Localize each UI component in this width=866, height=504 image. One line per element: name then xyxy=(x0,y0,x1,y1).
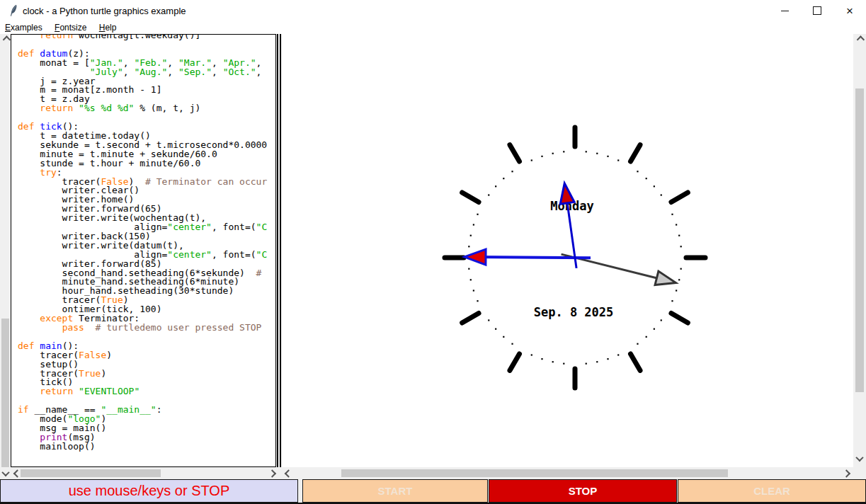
close-button[interactable]: × xyxy=(833,0,866,21)
scroll-up-arrow-icon[interactable] xyxy=(0,34,11,45)
code-line: mainloop() xyxy=(18,442,267,452)
bottom-bar: use mouse/keys or STOP START STOP CLEAR xyxy=(0,479,866,503)
scroll-up-arrow-icon[interactable] xyxy=(853,34,866,45)
minute-hand xyxy=(465,249,591,265)
scrollbar-thumb[interactable] xyxy=(1,319,9,467)
scrollbar-row xyxy=(0,467,866,479)
scrollbar-thumb[interactable] xyxy=(341,469,728,477)
menu-examples[interactable]: Examples xyxy=(0,21,47,33)
clear-button[interactable]: CLEAR xyxy=(678,479,866,503)
pane-sash[interactable] xyxy=(277,34,281,467)
menu-bar: Examples Fontsize Help xyxy=(0,21,866,34)
canvas-vertical-scrollbar[interactable] xyxy=(853,34,866,467)
maximize-button[interactable] xyxy=(801,0,833,21)
close-icon: × xyxy=(846,5,853,17)
code-vertical-scrollbar[interactable] xyxy=(0,34,11,467)
turtle-canvas[interactable]: Monday Sep. 8 2025 xyxy=(282,34,853,467)
start-button[interactable]: START xyxy=(302,479,488,503)
clock-drawing: Monday Sep. 8 2025 xyxy=(282,34,853,467)
scrollbar-thumb[interactable] xyxy=(21,469,161,477)
scroll-down-arrow-icon[interactable] xyxy=(853,453,866,464)
code-line: return wochentag[t.weekday()] xyxy=(18,34,267,40)
window-title: clock - a Python turtle graphics example xyxy=(23,0,186,21)
code-line: return "EVENTLOOP" xyxy=(18,387,267,396)
menu-help[interactable]: Help xyxy=(94,21,122,33)
code-line: return "%s %d %d" % (m, t, j) xyxy=(18,104,267,113)
code-text: return wochentag[t.weekday()] def datum(… xyxy=(18,34,267,452)
maximize-icon xyxy=(813,6,821,15)
scroll-left-arrow-icon[interactable] xyxy=(11,467,21,479)
menu-fontsize[interactable]: Fontsize xyxy=(50,21,91,33)
turtledemo-window: clock - a Python turtle graphics example… xyxy=(0,0,866,504)
scroll-down-arrow-icon[interactable] xyxy=(0,467,11,479)
minimize-icon xyxy=(781,11,789,11)
code-pane[interactable]: return wochentag[t.weekday()] def datum(… xyxy=(11,34,276,467)
scroll-right-arrow-icon[interactable] xyxy=(840,467,850,479)
title-bar[interactable]: clock - a Python turtle graphics example… xyxy=(0,0,866,21)
scroll-left-arrow-icon[interactable] xyxy=(282,467,292,479)
clock-hands xyxy=(465,183,676,285)
python-feather-icon xyxy=(8,4,19,17)
clock-date-text: Sep. 8 2025 xyxy=(534,305,614,319)
code-line: pass # turtledemo user pressed STOP xyxy=(18,323,267,333)
stop-button[interactable]: STOP xyxy=(489,479,677,503)
minimize-button[interactable] xyxy=(768,0,801,21)
scrollbar-thumb[interactable] xyxy=(855,88,864,392)
scroll-right-arrow-icon[interactable] xyxy=(266,467,276,479)
status-message: use mouse/keys or STOP xyxy=(0,479,298,503)
